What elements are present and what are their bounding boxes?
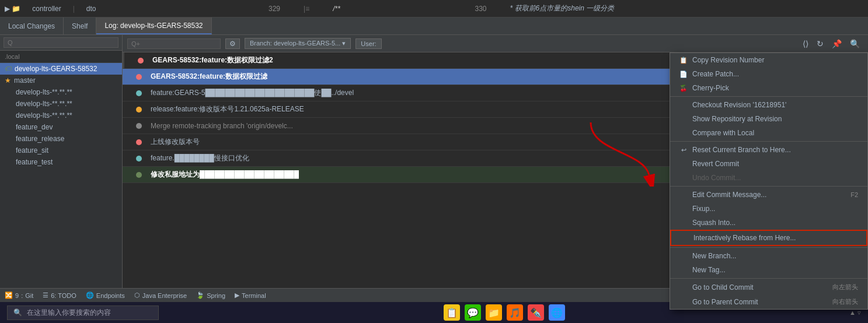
- taskbar-search-placeholder: 在这里输入你要搜索的内容: [27, 308, 111, 318]
- status-endpoints[interactable]: 🌐 Endpoints: [86, 292, 125, 299]
- branch-name: feature_sit: [16, 146, 48, 155]
- menu-edit-commit[interactable]: Edit Commit Message... F2: [670, 188, 867, 202]
- branch-search-input[interactable]: [4, 37, 118, 48]
- expand-button[interactable]: ⟨⟩: [799, 38, 812, 50]
- branch-item-master[interactable]: ★ master: [0, 75, 122, 86]
- branch-item-feature-sit[interactable]: feature_sit: [0, 145, 122, 156]
- branch-item-feature-release[interactable]: feature_release: [0, 133, 122, 145]
- branch-name: feature_test: [16, 158, 53, 166]
- pin-button[interactable]: 📌: [828, 38, 845, 50]
- terminal-label: Terminal: [242, 292, 266, 299]
- branch-sidebar: .local 🏷 develop-lts-GEARS-58532 ★ maste…: [0, 35, 123, 296]
- terminal-icon: ▶: [235, 292, 239, 299]
- status-todo[interactable]: ☰ 6: TODO: [43, 292, 76, 299]
- branch-item-feature-dev[interactable]: feature_dev: [0, 121, 122, 133]
- menu-revert-commit[interactable]: Revert Commit: [670, 157, 867, 171]
- java-label: Java Enterprise: [142, 292, 187, 299]
- branch-item-2[interactable]: develop-lts-**.**.**: [0, 86, 122, 98]
- menu-label-copy-revision: Copy Revision Number: [692, 56, 764, 64]
- separator-1: [670, 96, 867, 97]
- line-number-329: 329: [269, 5, 280, 13]
- taskbar-clock: ▲ ▿: [849, 309, 861, 317]
- menu-cherry-pick[interactable]: 🍒 Cherry-Pick: [670, 81, 867, 95]
- status-spring[interactable]: 🍃 Spring: [196, 292, 225, 299]
- graph-col-6: [127, 156, 151, 162]
- menu-reset-branch[interactable]: ↩ Reset Current Branch to Here...: [670, 143, 867, 157]
- graph-dot-7: [136, 172, 142, 178]
- menu-copy-revision[interactable]: 📋 Copy Revision Number: [670, 53, 867, 67]
- menu-fixup[interactable]: Fixup...: [670, 202, 867, 216]
- menu-label-squash: Squash Into...: [692, 219, 735, 227]
- menu-interactive-rebase[interactable]: Interactively Rebase from Here...: [670, 230, 867, 246]
- menu-new-tag[interactable]: New Tag...: [670, 263, 867, 277]
- branch-item-3[interactable]: develop-lts-**.**.**: [0, 98, 122, 110]
- code-comment-2: * 获取前6点市量的shein 一级分类: [510, 3, 615, 13]
- taskbar-app-draw[interactable]: ✒️: [528, 304, 544, 321]
- menu-show-repo[interactable]: Show Repository at Revision: [670, 112, 867, 126]
- graph-col-2: [127, 90, 151, 96]
- search-icon: 🔍: [13, 308, 22, 317]
- menu-checkout-revision[interactable]: Checkout Revision '16218951': [670, 98, 867, 112]
- branch-name: develop-lts-GEARS-58532: [15, 65, 97, 73]
- taskbar-app-files[interactable]: 📁: [486, 304, 502, 321]
- refresh-button[interactable]: ↻: [813, 38, 827, 50]
- status-git[interactable]: 🔀 9 : Git: [5, 292, 33, 299]
- graph-col-5: [127, 139, 151, 145]
- taskbar-app-browser[interactable]: 🌐: [549, 304, 565, 321]
- taskbar-search[interactable]: 🔍 在这里输入你要搜索的内容: [7, 306, 159, 320]
- user-selector-label: User:: [361, 40, 376, 47]
- menu-undo-commit: Undo Commit...: [670, 171, 867, 185]
- branch-item-feature-test[interactable]: feature_test: [0, 156, 122, 168]
- taskbar-app-wechat[interactable]: 💬: [465, 304, 481, 321]
- menu-label-new-tag: New Tag...: [692, 266, 725, 274]
- branch-name: master: [14, 76, 36, 85]
- cherry-pick-icon: 🍒: [679, 85, 688, 92]
- tab-log[interactable]: Log: develop-lts-GEARS-58532: [96, 17, 211, 34]
- taskbar-app-notes[interactable]: 📋: [444, 304, 460, 321]
- taskbar-app-music[interactable]: 🎵: [507, 304, 523, 321]
- git-label: 9: [15, 292, 19, 299]
- branch-item-4[interactable]: develop-lts-**.**.**: [0, 110, 122, 121]
- separator-3: [670, 186, 867, 187]
- sidebar-search-bar[interactable]: [0, 35, 122, 51]
- branch-name: feature_release: [16, 135, 64, 143]
- menu-label-reset: Reset Current Branch to Here...: [692, 146, 791, 154]
- menu-label-cherry-pick: Cherry-Pick: [692, 84, 729, 92]
- branch-item-develop-gears[interactable]: 🏷 develop-lts-GEARS-58532: [0, 63, 122, 75]
- shortcut-go-parent: 向右箭头: [832, 297, 858, 306]
- settings-button[interactable]: ⚙: [225, 38, 240, 49]
- menu-label-create-patch: Create Patch...: [692, 70, 739, 78]
- separator-4: [670, 247, 867, 248]
- search-button[interactable]: 🔍: [846, 38, 863, 50]
- context-menu: 📋 Copy Revision Number 📄 Create Patch...…: [670, 52, 868, 310]
- branch-list: 🏷 develop-lts-GEARS-58532 ★ master devel…: [0, 63, 122, 296]
- menu-go-parent[interactable]: Go to Parent Commit 向右箭头: [670, 294, 867, 309]
- menu-create-patch[interactable]: 📄 Create Patch...: [670, 67, 867, 81]
- menu-squash[interactable]: Squash Into...: [670, 216, 867, 230]
- commit-search-input[interactable]: [127, 38, 221, 49]
- menu-label-checkout: Checkout Revision '16218951': [692, 101, 786, 109]
- spring-label: Spring: [207, 292, 225, 299]
- graph-dot-2: [136, 90, 142, 96]
- tab-shelf-label: Shelf: [72, 22, 88, 30]
- branch-name: develop-lts-**.**.**: [16, 88, 72, 96]
- git-icon: 🔀: [5, 292, 13, 299]
- graph-dot-5: [136, 139, 142, 145]
- graph-col-3: [127, 107, 151, 113]
- tag-icon: 🏷: [5, 65, 12, 73]
- menu-go-child[interactable]: Go to Child Commit 向左箭头: [670, 280, 867, 294]
- tab-local-changes[interactable]: Local Changes: [0, 17, 64, 34]
- branch-selector[interactable]: Branch: develop-lts-GEARS-5... ▾: [245, 38, 351, 49]
- status-java[interactable]: ⬡ Java Enterprise: [134, 292, 187, 299]
- menu-label-new-branch: New Branch...: [692, 252, 736, 260]
- menu-label-show-repo: Show Repository at Revision: [692, 115, 782, 123]
- menu-compare-local[interactable]: Compare with Local: [670, 126, 867, 140]
- menu-new-branch[interactable]: New Branch...: [670, 249, 867, 263]
- endpoints-label: Endpoints: [96, 292, 125, 299]
- graph-dot-4: [136, 123, 142, 129]
- status-terminal[interactable]: ▶ Terminal: [235, 292, 266, 299]
- tab-shelf[interactable]: Shelf: [64, 17, 96, 34]
- user-selector[interactable]: User:: [355, 38, 381, 49]
- shortcut-go-child: 向左箭头: [832, 283, 858, 292]
- tab-local-changes-label: Local Changes: [8, 22, 55, 30]
